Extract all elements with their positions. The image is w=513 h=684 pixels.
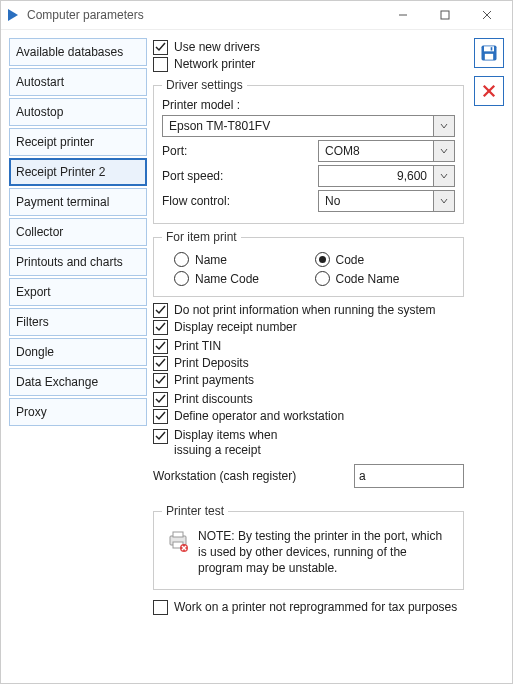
driver-settings-group: Driver settings Printer model : Epson TM…	[153, 78, 464, 224]
sidebar-item-proxy[interactable]: Proxy	[9, 398, 147, 426]
sidebar-item-payment-terminal[interactable]: Payment terminal	[9, 188, 147, 216]
group-legend: Driver settings	[162, 78, 247, 92]
sidebar-item-dongle[interactable]: Dongle	[9, 338, 147, 366]
save-button[interactable]	[474, 38, 504, 68]
sidebar-item-receipt-printer-2[interactable]: Receipt Printer 2	[9, 158, 147, 186]
flow-control-select[interactable]: No	[318, 190, 455, 212]
group-legend: For item print	[162, 230, 241, 244]
checkbox-label: Do not print information when running th…	[174, 303, 435, 318]
no-info-checkbox[interactable]: Do not print information when running th…	[153, 303, 464, 318]
radio-name[interactable]: Name	[174, 252, 303, 267]
sidebar-item-label: Autostop	[16, 105, 63, 119]
sidebar-item-label: Printouts and charts	[16, 255, 123, 269]
select-value: Epson TM-T801FV	[162, 115, 433, 137]
sidebar-item-collector[interactable]: Collector	[9, 218, 147, 246]
sidebar-item-label: Receipt printer	[16, 135, 94, 149]
port-speed-label: Port speed:	[162, 169, 312, 183]
workstation-label: Workstation (cash register)	[153, 469, 348, 483]
radio-label: Name	[195, 253, 227, 267]
app-icon	[5, 7, 21, 23]
chevron-down-icon	[433, 140, 455, 162]
radio-label: Code	[336, 253, 365, 267]
sidebar-item-label: Autostart	[16, 75, 64, 89]
sidebar-item-label: Available databases	[16, 45, 123, 59]
sidebar-item-filters[interactable]: Filters	[9, 308, 147, 336]
minimize-button[interactable]	[382, 3, 424, 27]
port-select[interactable]: COM8	[318, 140, 455, 162]
checkbox-label: Display receipt number	[174, 320, 297, 335]
work-on-printer-checkbox[interactable]: Work on a printer not reprogrammed for t…	[153, 600, 464, 615]
radio-code[interactable]: Code	[315, 252, 444, 267]
radio-name-code[interactable]: Name Code	[174, 271, 303, 286]
select-value: 9,600	[318, 165, 433, 187]
print-tin-checkbox[interactable]: Print TIN	[153, 339, 464, 354]
sidebar-item-label: Proxy	[16, 405, 47, 419]
svg-rect-14	[491, 47, 493, 50]
radio-label: Name Code	[195, 272, 259, 286]
checkbox-label: Use new drivers	[174, 40, 260, 55]
svg-rect-2	[441, 11, 449, 19]
port-label: Port:	[162, 144, 312, 158]
sidebar-item-label: Collector	[16, 225, 63, 239]
print-discounts-checkbox[interactable]: Print discounts	[153, 392, 464, 407]
select-value: No	[318, 190, 433, 212]
sidebar-item-label: Payment terminal	[16, 195, 109, 209]
svg-marker-0	[8, 9, 18, 21]
network-printer-checkbox[interactable]: Network printer	[153, 57, 464, 72]
titlebar: Computer parameters	[1, 1, 512, 30]
printer-model-select[interactable]: Epson TM-T801FV	[162, 115, 455, 137]
sidebar-item-autostop[interactable]: Autostop	[9, 98, 147, 126]
workstation-input[interactable]: a	[354, 464, 464, 488]
sidebar-item-label: Export	[16, 285, 51, 299]
sidebar: Available databases Autostart Autostop R…	[9, 38, 147, 428]
main-panel: Use new drivers Network printer Driver s…	[153, 38, 468, 617]
define-operator-checkbox[interactable]: Define operator and workstation	[153, 409, 464, 424]
checkbox-label: Network printer	[174, 57, 255, 72]
close-button[interactable]	[466, 3, 508, 27]
svg-rect-13	[485, 54, 493, 60]
svg-rect-12	[484, 46, 494, 51]
print-deposits-checkbox[interactable]: Print Deposits	[153, 356, 464, 371]
checkbox-label: Display items whenissuing a receipt	[174, 428, 277, 458]
print-payments-checkbox[interactable]: Print payments	[153, 373, 464, 388]
checkbox-label: Print Deposits	[174, 356, 249, 371]
chevron-down-icon	[433, 190, 455, 212]
printer-test-note: NOTE: By testing the printer in the port…	[198, 528, 451, 577]
checkbox-label: Print payments	[174, 373, 254, 388]
sidebar-item-label: Filters	[16, 315, 49, 329]
cancel-button[interactable]	[474, 76, 504, 106]
sidebar-item-export[interactable]: Export	[9, 278, 147, 306]
sidebar-item-printouts-and-charts[interactable]: Printouts and charts	[9, 248, 147, 276]
printer-test-group: Printer test NOTE: By testing the printe…	[153, 504, 464, 590]
chevron-down-icon	[433, 165, 455, 187]
printer-model-label: Printer model :	[162, 98, 455, 112]
sidebar-item-label: Dongle	[16, 345, 54, 359]
sidebar-item-autostart[interactable]: Autostart	[9, 68, 147, 96]
chevron-down-icon	[433, 115, 455, 137]
input-value: a	[359, 469, 366, 483]
window-title: Computer parameters	[27, 8, 382, 22]
sidebar-item-data-exchange[interactable]: Data Exchange	[9, 368, 147, 396]
display-receipt-number-checkbox[interactable]: Display receipt number	[153, 320, 464, 335]
sidebar-item-receipt-printer[interactable]: Receipt printer	[9, 128, 147, 156]
printer-test-icon[interactable]	[166, 528, 190, 552]
maximize-button[interactable]	[424, 3, 466, 27]
checkbox-label: Print TIN	[174, 339, 221, 354]
display-items-checkbox[interactable]: Display items whenissuing a receipt	[153, 428, 464, 458]
sidebar-item-label: Data Exchange	[16, 375, 98, 389]
radio-code-name[interactable]: Code Name	[315, 271, 444, 286]
svg-rect-6	[173, 532, 183, 537]
sidebar-item-available-databases[interactable]: Available databases	[9, 38, 147, 66]
tool-column	[474, 38, 504, 106]
group-legend: Printer test	[162, 504, 228, 518]
checkbox-label: Define operator and workstation	[174, 409, 344, 424]
checkbox-label: Print discounts	[174, 392, 253, 407]
select-value: COM8	[318, 140, 433, 162]
port-speed-select[interactable]: 9,600	[318, 165, 455, 187]
use-new-drivers-checkbox[interactable]: Use new drivers	[153, 40, 464, 55]
flow-control-label: Flow control:	[162, 194, 312, 208]
sidebar-item-label: Receipt Printer 2	[16, 165, 105, 179]
radio-label: Code Name	[336, 272, 400, 286]
checkbox-label: Work on a printer not reprogrammed for t…	[174, 600, 457, 615]
for-item-print-group: For item print Name Code Name Code Code …	[153, 230, 464, 297]
